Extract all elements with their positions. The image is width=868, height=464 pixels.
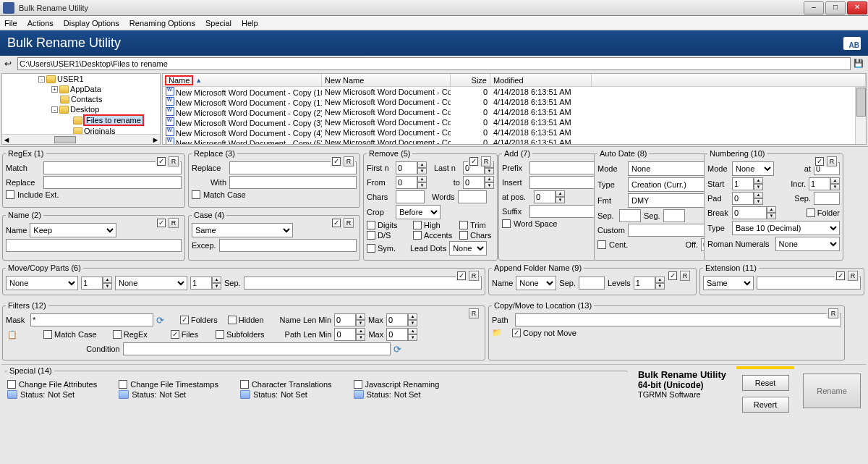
filters-reset[interactable]: R — [469, 308, 479, 319]
file-row[interactable]: New Microsoft Word Document - Copy (3).d… — [163, 117, 866, 127]
close-button[interactable]: ✕ — [847, 1, 867, 14]
replace-enable-check[interactable] — [332, 157, 341, 166]
attributes-icon[interactable] — [7, 390, 17, 399]
rename-button[interactable]: Rename — [803, 374, 861, 408]
regex-enable-check[interactable] — [157, 157, 166, 166]
filters-hidden-check[interactable] — [228, 316, 237, 324]
revert-button[interactable]: Revert — [742, 397, 789, 413]
remove-enable-check[interactable] — [469, 157, 478, 166]
menu-special[interactable]: Special — [205, 19, 231, 28]
tree-user[interactable]: USER1 — [57, 75, 84, 83]
filters-newfilter-icon[interactable]: 📋 — [6, 330, 19, 339]
autodate-cent-check[interactable] — [597, 240, 606, 249]
name-reset[interactable]: R — [169, 218, 179, 228]
filters-subfolders-check[interactable] — [216, 330, 224, 339]
menu-display-options[interactable]: Display Options — [64, 19, 119, 28]
refresh-icon[interactable] — [393, 344, 401, 355]
numbering-mode-select[interactable]: None — [732, 161, 774, 176]
refresh-icon[interactable] — [156, 315, 164, 326]
numbering-sep-input[interactable] — [814, 192, 840, 205]
remove-chars2-check[interactable] — [459, 231, 468, 240]
special-ct-check[interactable] — [240, 380, 249, 389]
filters-namemax-spin[interactable]: ▲▼ — [386, 313, 417, 326]
extension-select[interactable]: Same — [703, 276, 754, 290]
special-cfa-check[interactable] — [7, 380, 16, 389]
copymove-copynotmove-check[interactable] — [512, 329, 521, 337]
numbering-reset[interactable]: R — [827, 156, 837, 166]
col-size[interactable]: Size — [451, 74, 490, 86]
filters-files-check[interactable] — [171, 330, 179, 339]
movecopy-to-select[interactable]: None — [115, 276, 187, 290]
filters-pathlenmin-spin[interactable]: ▲▼ — [334, 328, 365, 341]
movecopy-to-spin[interactable]: ▲▼ — [190, 277, 221, 290]
replace-with-input[interactable] — [229, 176, 357, 189]
appendfolder-enable-check[interactable] — [668, 271, 677, 280]
file-row[interactable]: New Microsoft Word Document - Copy (10).… — [163, 87, 866, 97]
movecopy-enable-check[interactable] — [457, 271, 466, 280]
remove-leaddots-select[interactable]: None — [449, 241, 487, 256]
appendfolder-sep-input[interactable] — [579, 277, 605, 290]
movecopy-from-select[interactable]: None — [6, 276, 78, 290]
browse-folder-icon[interactable]: 📁 — [492, 328, 502, 337]
filters-namelenmin-spin[interactable]: ▲▼ — [334, 313, 365, 326]
folder-tree[interactable]: -USER1 +AppData Contacts -Desktop Files … — [1, 73, 161, 145]
remove-digits-check[interactable] — [367, 221, 375, 229]
tree-hscroll[interactable]: ◄► — [2, 134, 160, 144]
movecopy-from-spin[interactable]: ▲▼ — [81, 277, 112, 290]
file-row[interactable]: New Microsoft Word Document - Copy (11).… — [163, 97, 866, 107]
timestamps-icon[interactable] — [119, 390, 129, 399]
filters-folders-check[interactable] — [180, 316, 189, 324]
name-enable-check[interactable] — [157, 219, 166, 227]
file-row[interactable]: New Microsoft Word Document - Copy (2).d… — [163, 107, 866, 117]
tree-expand[interactable]: + — [51, 86, 58, 93]
numbering-start-spin[interactable]: ▲▼ — [732, 177, 763, 190]
path-up-icon[interactable] — [4, 59, 14, 69]
translations-icon[interactable] — [240, 390, 250, 399]
tree-appdata[interactable]: AppData — [70, 85, 101, 93]
remove-words-input[interactable] — [458, 190, 487, 203]
name-fixed-input[interactable] — [6, 239, 182, 252]
filters-mask-input[interactable] — [30, 313, 153, 326]
remove-trim-check[interactable] — [459, 221, 468, 229]
menu-actions[interactable]: Actions — [27, 19, 54, 28]
file-list-vscroll[interactable] — [855, 87, 866, 144]
col-newname[interactable]: New Name — [322, 74, 451, 86]
remove-sym-check[interactable] — [367, 244, 375, 253]
tree-expand[interactable]: - — [51, 106, 58, 113]
maximize-button[interactable]: □ — [825, 1, 846, 14]
replace-matchcase-check[interactable] — [192, 190, 200, 199]
remove-reset[interactable]: R — [481, 156, 491, 166]
numbering-pad-spin[interactable]: ▲▼ — [732, 192, 763, 205]
appendfolder-name-select[interactable]: None — [516, 276, 556, 290]
autodate-seg-input[interactable] — [663, 209, 685, 222]
special-cft-check[interactable] — [119, 380, 127, 389]
tree-contacts[interactable]: Contacts — [71, 95, 102, 104]
remove-from-spin[interactable]: ▲▼ — [396, 176, 427, 189]
path-input[interactable] — [17, 57, 851, 70]
numbering-break-spin[interactable]: ▲▼ — [732, 206, 776, 219]
regex-reset[interactable]: R — [169, 156, 179, 166]
replace-reset[interactable]: R — [344, 156, 354, 166]
appendfolder-reset[interactable]: R — [680, 271, 690, 281]
path-save-icon[interactable] — [854, 59, 864, 69]
file-row[interactable]: New Microsoft Word Document - Copy (5).d… — [163, 138, 866, 145]
numbering-type-select[interactable]: Base 10 (Decimal) — [732, 221, 840, 235]
case-reset[interactable]: R — [344, 218, 354, 228]
appendfolder-levels-spin[interactable]: ▲▼ — [634, 277, 665, 290]
movecopy-reset[interactable]: R — [469, 271, 479, 281]
tree-expand[interactable]: - — [38, 76, 45, 83]
copymove-reset[interactable]: R — [828, 308, 838, 319]
menu-file[interactable]: File — [4, 19, 17, 28]
filters-matchcase-check[interactable] — [43, 330, 52, 339]
file-row[interactable]: New Microsoft Word Document - Copy (4).d… — [163, 127, 866, 138]
filters-pathmax-spin[interactable]: ▲▼ — [386, 328, 417, 341]
filters-regex-check[interactable] — [113, 330, 122, 339]
extension-reset[interactable]: R — [848, 271, 858, 281]
javascript-icon[interactable] — [354, 390, 364, 399]
numbering-folder-check[interactable] — [807, 208, 815, 217]
numbering-roman-select[interactable]: None — [775, 237, 840, 251]
case-excep-input[interactable] — [219, 239, 357, 252]
remove-crop-select[interactable]: Before — [396, 205, 441, 219]
copymove-path-input[interactable] — [515, 313, 841, 326]
regex-include-ext-check[interactable] — [6, 190, 14, 199]
